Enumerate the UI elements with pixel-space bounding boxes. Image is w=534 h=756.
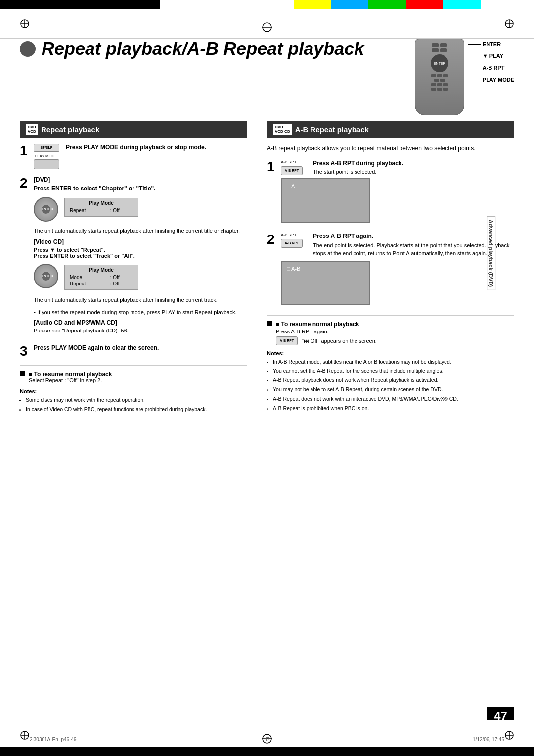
main-content: Repeat playback/A-B Repeat playback (20, 39, 514, 720)
remote-line-6 (431, 83, 436, 86)
display-1-row-1: Repeat : Off (70, 208, 133, 213)
right-note-5: A-B Repeat does not work with an interac… (273, 395, 514, 403)
ab-rpt-label-line (468, 68, 481, 68)
left-step-2-number: 2 (20, 176, 30, 338)
left-step-2-desc1: The unit automatically starts repeat pla… (34, 227, 247, 235)
left-notes-title: Notes: (20, 388, 247, 394)
stop-mode-note: • If you set the repeat mode during stop… (34, 308, 247, 317)
remote-line-10 (437, 88, 442, 91)
right-resume-content: ■ To resume normal playback Press A-B RP… (276, 321, 377, 345)
left-resume-body: Select Repeat : "Off" in step 2. (29, 378, 112, 383)
display-1-row-1-label: Repeat (70, 208, 109, 213)
play-label-line (468, 56, 481, 56)
enter-label-inner-2: ENTER (42, 272, 50, 281)
remote-line-5 (440, 79, 445, 82)
reg-mark-center (261, 21, 273, 35)
display-1-table: Repeat : Off (69, 207, 134, 214)
page-title-text: Repeat playback/A-B Repeat playback (42, 39, 364, 59)
right-notes: Notes: In A-B Repeat mode, subtitles nea… (267, 350, 514, 413)
right-step-2-number: 2 (267, 233, 277, 308)
left-step-2-dvd-title: [DVD] (34, 176, 247, 183)
play-label: ▼ PLAY (483, 50, 503, 61)
right-step-1-icon-area: A-B RPT A-B RPT Press A-B RPT during pla… (281, 160, 514, 175)
right-note-6: A-B Repeat is prohibited when PBC is on. (273, 404, 514, 413)
ab-rpt-sublabel-1: A-B RPT (281, 160, 308, 164)
right-step-1-number: 1 (267, 160, 277, 226)
left-divider (20, 365, 247, 366)
left-step-1-content: SP/SLP PLAY MODE Press PLAY MODE during … (34, 144, 247, 169)
play-mode-label: PLAY MODE (483, 74, 514, 85)
display-2-table: Mode : Off Repeat : Off (69, 274, 134, 287)
left-step-2: 2 [DVD] Press ENTER to select "Chapter" … (20, 176, 247, 338)
left-step-2-content: [DVD] Press ENTER to select "Chapter" or… (34, 176, 247, 338)
ab-rpt-btn-2-label: A-B RPT (285, 241, 299, 245)
left-step-3-title: Press PLAY MODE again to clear the scree… (34, 344, 247, 351)
right-section-header: DVDVCD CD A-B Repeat playback (267, 121, 514, 138)
remote-line-4 (434, 79, 439, 82)
page-title: Repeat playback/A-B Repeat playback (20, 39, 386, 59)
right-notes-title: Notes: (267, 350, 514, 356)
right-step-2-text: Press A-B RPT again. The end point is se… (313, 233, 514, 258)
screen-preview-1: □ A- (281, 178, 370, 223)
right-resume-bullet (267, 321, 272, 326)
screen-text-2: □ A-B (287, 266, 300, 272)
left-resume-content: ■ To resume normal playback Select Repea… (29, 371, 112, 383)
video-cd-line1: Press ▼ to select "Repeat". (34, 247, 247, 253)
right-section-title: A-B Repeat playback (295, 125, 369, 134)
right-step-1-text: Press A-B RPT during playback. The start… (313, 160, 403, 175)
reg-mark-bottom-right (504, 730, 514, 740)
right-note-4: You may not be able to set A-B Repeat, d… (273, 385, 514, 394)
right-intro: A-B repeat playback allows you to repeat… (267, 144, 514, 153)
left-section-header: DVDVCD Repeat playback (20, 121, 247, 138)
top-color-bar (0, 0, 534, 9)
ab-rpt-resume-label: A-B RPT (280, 339, 294, 342)
remote-nav-circle: ENTER (431, 54, 448, 72)
enter-label-inner: ENTER (42, 205, 50, 214)
remote-btn-2 (440, 43, 447, 47)
remote-and-labels: ENTER (386, 39, 514, 115)
top-marks-bar (0, 9, 534, 39)
remote-line-9 (431, 88, 436, 91)
display-1-row-1-value: : Off (110, 208, 133, 213)
right-step-2-buttons: A-B RPT A-B RPT (281, 233, 308, 248)
right-step-1-content: A-B RPT A-B RPT Press A-B RPT during pla… (281, 160, 514, 226)
enter-label-line (468, 44, 481, 45)
left-step-2-title: Press ENTER to select "Chapter" or "Titl… (34, 185, 247, 192)
right-column: DVDVCD CD A-B Repeat playback A-B repeat… (257, 121, 514, 415)
reg-mark-bottom-left (20, 730, 30, 740)
left-note-2: In case of Video CD with PBC, repeat fun… (26, 405, 247, 414)
right-divider (267, 315, 514, 316)
bottom-marks-bar (0, 720, 534, 747)
right-step-1: 1 A-B RPT A-B RPT Press A-B RPT during p… (267, 160, 514, 226)
reg-mark-left (20, 19, 30, 29)
display-2-row-1-value: : Off (110, 281, 133, 286)
left-step-1-title: Press PLAY MODE during playback or stop … (66, 144, 206, 151)
left-step-3-number: 3 (20, 344, 30, 358)
play-mode-sublabel: PLAY MODE (35, 154, 61, 158)
right-notes-list: In A-B Repeat mode, subtitles near the A… (267, 358, 514, 413)
right-note-2: You cannot set the A-B Repeat for the sc… (273, 367, 514, 375)
play-mode-label-line (468, 80, 481, 80)
right-dvd-badge: DVDVCD CD (273, 124, 292, 135)
footer-left: 2i30301A-En_p46-49 (30, 737, 77, 742)
right-step-2-desc: The end point is selected. Playback star… (313, 241, 514, 258)
remote-line-3 (443, 74, 448, 77)
ab-rpt-btn-2: A-B RPT (281, 239, 303, 248)
remote-btn-4 (440, 48, 447, 52)
left-section-title: Repeat playback (41, 125, 99, 134)
enter-label-row: ENTER (468, 39, 514, 49)
display-2-row-0: Mode : Off (70, 275, 133, 280)
right-step-1-title: Press A-B RPT during playback. (313, 160, 403, 167)
nav-enter-1: ENTER (42, 205, 50, 214)
left-step-2-display-area-2: ENTER Play Mode Mode : Off (34, 262, 247, 293)
remote-label-list: ENTER ▼ PLAY A-B RPT PLAY MODE (468, 39, 514, 86)
two-column-layout: DVDVCD Repeat playback 1 SP/SLP PLAY MOD… (20, 121, 514, 415)
screen-preview-2: □ A-B (281, 261, 370, 305)
right-resume-title: ■ To resume normal playback (276, 321, 377, 328)
ab-rpt-btn-1-label: A-B RPT (285, 169, 299, 172)
bottom-bar (0, 747, 534, 756)
right-step-2: 2 A-B RPT A-B RPT Press A-B RPT again. T… (267, 233, 514, 308)
screen-text-1: □ A- (287, 183, 297, 189)
remote-enter-label: ENTER (434, 62, 445, 65)
left-step-1-buttons: SP/SLP PLAY MODE (34, 144, 61, 169)
